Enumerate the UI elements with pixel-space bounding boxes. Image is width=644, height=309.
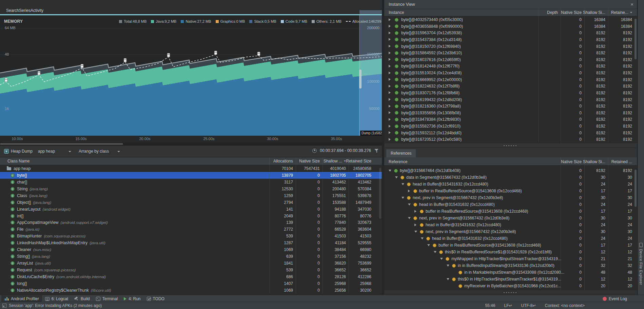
instance-row[interactable]: byte[]@4032573440 (0xf05c3000)0163841638…: [384, 16, 637, 23]
reference-row[interactable]: in in BufferedInputStream@315433136 (0x1…: [384, 262, 637, 269]
toolwindow-button-terminal[interactable]: Terminal: [93, 295, 121, 302]
collapse-arrow-icon[interactable]: [395, 176, 398, 178]
reference-row[interactable]: buffer in RealBufferedSource@315413608 (…: [384, 188, 637, 194]
expand-arrow-icon[interactable]: [389, 138, 391, 141]
class-row[interactable]: cBitmapHunter(com.squareup.picasso)53904…: [0, 233, 382, 239]
close-icon[interactable]: ×: [630, 1, 633, 7]
collapse-arrow-icon[interactable]: [421, 237, 424, 239]
panel-splitter[interactable]: [384, 143, 637, 148]
expand-arrow-icon[interactable]: [389, 45, 391, 47]
expand-arrow-icon[interactable]: [389, 91, 391, 94]
collapse-arrow-icon[interactable]: [434, 251, 436, 253]
column-header-class-name[interactable]: Class Name: [7, 159, 30, 163]
expand-arrow-icon[interactable]: [389, 65, 391, 67]
toolwindow-switcher-icon[interactable]: [2, 304, 6, 308]
reference-row[interactable]: next, prev in Segment@315667432 (0x12d0b…: [384, 228, 637, 235]
class-row[interactable]: cCleaner(sun.misc)106903848466980: [0, 246, 382, 253]
column-header-retained-size[interactable]: Retained ...: [611, 159, 632, 164]
toolwindow-button-event-log[interactable]: Event Log: [603, 295, 627, 302]
column-header-shallow-size[interactable]: Shallow Si...: [583, 10, 605, 15]
reference-row[interactable]: buffer in RealBufferedSource@315413608 (…: [384, 242, 637, 249]
status-line-sep[interactable]: LF↵: [504, 303, 512, 308]
reference-row[interactable]: in in MarkableInputStream@315433088 (0x1…: [384, 269, 637, 276]
expand-arrow-icon[interactable]: [389, 38, 391, 41]
expand-arrow-icon[interactable]: [408, 190, 410, 192]
heap-select[interactable]: app heap: [38, 149, 71, 154]
expand-arrow-icon[interactable]: [389, 52, 391, 54]
class-row[interactable]: cRequest(com.squareup.picasso)5390366523…: [0, 267, 382, 273]
selection-range-strip[interactable]: [359, 10, 382, 14]
class-row[interactable]: clong[]140702596825968: [0, 280, 382, 287]
reference-row[interactable]: myReceiver in ByteBatcher@315431968 (0x1…: [384, 283, 637, 289]
instance-row[interactable]: byte[]@319355656 (0x1308fb08)081928192: [384, 110, 637, 116]
memory-chart[interactable]: [0, 15, 382, 136]
column-header-native-size[interactable]: Native Size: [299, 159, 320, 163]
reference-row[interactable]: this$0 in RealBufferedSource$1@315431928…: [384, 249, 637, 255]
status-caret[interactable]: 55:46: [485, 303, 495, 308]
column-header-reference[interactable]: Reference: [389, 159, 407, 164]
expand-arrow-icon[interactable]: [389, 78, 391, 81]
timeline-scrollbar[interactable]: [0, 143, 382, 145]
instance-row[interactable]: byte[]@316199432 (0x12d8d208)081928192: [384, 96, 637, 103]
reference-row[interactable]: myWrapped in HttpTracker$InputStreamTrac…: [384, 255, 637, 262]
splitter-grip-icon[interactable]: [503, 292, 518, 293]
column-header-allocations[interactable]: Allocations: [273, 159, 293, 163]
column-header-shallow-size[interactable]: Shallow ...: [324, 159, 346, 163]
references-scrollbar[interactable]: [635, 170, 637, 207]
class-row[interactable]: cFile(java.io)2772066528363604: [0, 226, 382, 233]
expand-arrow-icon[interactable]: [389, 25, 391, 27]
column-header-shallow-size[interactable]: Shallow Si...: [583, 159, 605, 164]
tab-references[interactable]: References: [386, 149, 416, 157]
reference-row[interactable]: next, prev in Segment@315667432 (0x12d0b…: [384, 194, 637, 201]
collapse-arrow-icon[interactable]: [408, 204, 411, 206]
status-context[interactable]: Context: <no context>: [545, 303, 585, 308]
instance-row[interactable]: byte[]@315932112 (0x12d4bdd0)081928192: [384, 130, 637, 136]
toolwindow-button-logcat[interactable]: 6: Logcat: [42, 295, 71, 302]
expand-arrow-icon[interactable]: [389, 58, 391, 61]
class-row[interactable]: cString(java.lang)125300200480570384: [0, 186, 382, 192]
collapse-arrow-icon[interactable]: [402, 183, 404, 185]
toolwindow-button-todo[interactable]: TODO: [144, 295, 168, 302]
vertical-splitter[interactable]: [382, 0, 384, 295]
instance-row[interactable]: byte[]@318478384 (0x12fb9830)081928192: [384, 116, 637, 123]
instance-row[interactable]: byte[]@315963704 (0x12d53938)081928192: [384, 30, 637, 36]
instance-row[interactable]: byte[]@318142448 (0x12f677f0)081928192: [384, 63, 637, 70]
reference-row[interactable]: data in Segment@315667432 (0x12d0b3e8)03…: [384, 174, 637, 181]
column-header-depth[interactable]: Depth: [547, 10, 558, 15]
collapse-arrow-icon[interactable]: [402, 197, 404, 199]
expand-arrow-icon[interactable]: [414, 210, 416, 213]
collapse-arrow-icon[interactable]: [447, 265, 449, 267]
reference-row[interactable]: byte[]@315667464 (0x12d0b408)081928192: [384, 167, 637, 174]
column-header-native-size[interactable]: Native Size: [561, 10, 582, 15]
toolwindow-button-profiler[interactable]: Android Profiler: [1, 295, 42, 302]
expand-arrow-icon[interactable]: [389, 72, 391, 74]
arrange-select[interactable]: Arrange by class: [79, 149, 120, 154]
reference-row[interactable]: buffer in RealBufferedSource@315413608 (…: [384, 208, 637, 215]
expand-arrow-icon[interactable]: [389, 98, 391, 101]
instance-row[interactable]: byte[]@316669952 (0x12e00000)081928192: [384, 76, 637, 83]
memory-chart-area[interactable]: MEMORY Total:48,8 MBJava:9,2 MBNative:27…: [0, 15, 382, 136]
expand-arrow-icon[interactable]: [414, 224, 416, 226]
instance-row[interactable]: byte[]@315437384 (0x12cd3148)081928192: [384, 36, 637, 43]
reference-row[interactable]: head in Buffer@315431632 (0x12ccd480)024…: [384, 181, 637, 188]
instance-row[interactable]: byte[]@315864592 (0x12d3b610)081928192: [384, 50, 637, 56]
reference-row[interactable]: head in Buffer@315431632 (0x12ccd480)024…: [384, 201, 637, 208]
class-row[interactable]: cint[]204908077680776: [0, 213, 382, 219]
instance-row[interactable]: byte[]@318150720 (0x12f69840)081928192: [384, 43, 637, 50]
class-row[interactable]: app heap701047547431401904024580858: [0, 165, 382, 172]
expand-arrow-icon[interactable]: [389, 85, 391, 88]
class-row[interactable]: cClass(java.lang)12590175551539878: [0, 192, 382, 199]
instance-row[interactable]: byte[]@315582736 (0x12cf6910)081928192: [384, 123, 637, 130]
column-header-retained-size[interactable]: Retaine...: [611, 10, 632, 15]
collapse-arrow-icon[interactable]: [389, 170, 391, 172]
toolwindow-button-device-file-explorer[interactable]: Device File Explorer: [639, 249, 643, 285]
instance-row[interactable]: byte[]@315510024 (0x12ce4d08)081928192: [384, 70, 637, 76]
instance-row[interactable]: byte[]@316720512 (0x12e0c580)081928192: [384, 136, 637, 143]
toolwindow-button-run[interactable]: 4: Run: [121, 295, 143, 302]
class-row[interactable]: cArrayList(java.util)1841036820753699: [0, 260, 382, 267]
reference-row[interactable]: head in Buffer@315431632 (0x12ccd480)024…: [384, 235, 637, 242]
class-row[interactable]: cString[](java.lang)63903715648232: [0, 253, 382, 260]
expand-arrow-icon[interactable]: [389, 18, 391, 21]
instance-row[interactable]: byte[]@318224632 (0x12f7b8f8)081928192: [384, 83, 637, 90]
collapse-arrow-icon[interactable]: [408, 217, 411, 219]
